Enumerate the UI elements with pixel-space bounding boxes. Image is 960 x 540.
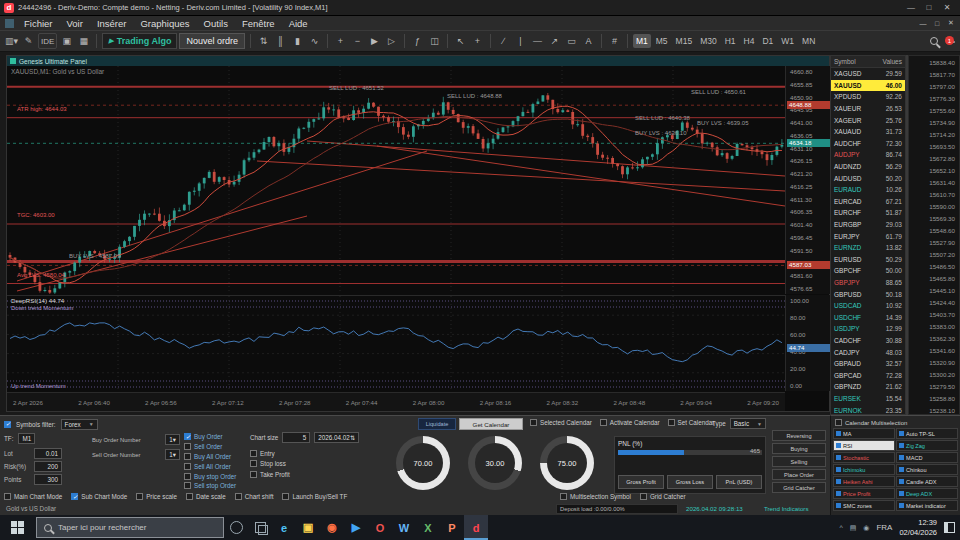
timeframe-m5[interactable]: M5 <box>653 34 671 48</box>
tf-select[interactable]: M1 <box>18 433 35 444</box>
market-watch-row-cadjpy[interactable]: CADJPY48.03 <box>831 346 905 358</box>
zoom-out-icon[interactable]: − <box>350 33 365 49</box>
candlestick-chart[interactable]: XAUUSD,M1: Gold vs US Dollar SELL LUD : … <box>7 66 785 294</box>
timeframe-m1[interactable]: M1 <box>633 34 651 48</box>
indicator-auto-tp-sl[interactable]: Auto TP-SL <box>896 428 958 439</box>
indicator-candle-adx[interactable]: Candle ADX <box>896 476 958 487</box>
child-close-button[interactable]: ✕ <box>944 17 958 29</box>
check-sell-all-order[interactable]: Sell All Order <box>184 461 236 471</box>
vertical-line-icon[interactable]: | <box>513 33 528 49</box>
symbols-filter-checkbox[interactable] <box>4 421 11 428</box>
type-select[interactable]: Basic▼ <box>730 418 766 429</box>
market-watch-row-gbpaud[interactable]: GBPAUD32.57 <box>831 358 905 370</box>
bar-chart-icon[interactable]: ║ <box>273 33 288 49</box>
search-icon[interactable] <box>930 37 938 45</box>
indicator-deep-adx[interactable]: Deep ADX <box>896 488 958 499</box>
market-watch-row-usdjpy[interactable]: USDJPY12.99 <box>831 323 905 335</box>
new-order-button[interactable]: Nouvel ordre <box>179 33 245 49</box>
buy-order-number-select[interactable]: 1▾ <box>165 434 180 445</box>
price-axis[interactable]: 4660.804655.854650.904645.954641.004636.… <box>785 66 831 294</box>
indicator-ichimoku[interactable]: Ichimoku <box>833 464 895 475</box>
auto-scroll-icon[interactable]: ▶ <box>367 33 382 49</box>
lot-input[interactable]: 0.01 <box>34 448 62 459</box>
market-watch-row-xpdusd[interactable]: XPDUSD92.26 <box>831 91 905 103</box>
depth-of-market-icon[interactable]: ⇅ <box>256 33 271 49</box>
get-calendar-button[interactable]: Get Calendar <box>459 418 523 430</box>
timeframe-h4[interactable]: H4 <box>741 34 758 48</box>
timeframe-mn[interactable]: MN <box>799 34 818 48</box>
market-watch-row-xauusd[interactable]: XAUUSD46.00 <box>831 80 905 92</box>
check-main-chart-mode[interactable]: Main Chart Mode <box>4 493 62 500</box>
task-view-button[interactable] <box>248 515 272 540</box>
gross-profit-button[interactable]: Gross Profit <box>618 475 664 489</box>
menu-ins-rer[interactable]: Insérer <box>90 18 134 29</box>
ide-button[interactable]: IDE <box>38 33 57 49</box>
reversing-button[interactable]: Reversing <box>772 430 826 441</box>
market-watch-row-xagusd[interactable]: XAGUSD29.59 <box>831 68 905 80</box>
indicators-icon[interactable]: ƒ <box>410 33 425 49</box>
menu-voir[interactable]: Voir <box>60 18 90 29</box>
check-chart-shift[interactable]: Chart shift <box>235 493 274 500</box>
grid-catcher-button[interactable]: Grid Catcher <box>772 482 826 493</box>
shapes-icon[interactable]: ▭ <box>564 33 579 49</box>
check-stop-loss[interactable]: Stop loss <box>250 459 290 470</box>
menu-outils[interactable]: Outils <box>197 18 235 29</box>
market-watch-row-xageur[interactable]: XAGEUR25.76 <box>831 114 905 126</box>
start-button[interactable] <box>0 515 34 540</box>
liquidate-button[interactable]: Liquidate <box>418 418 456 430</box>
check-multiselection-symbol[interactable]: Multiselection Symbol <box>560 493 631 500</box>
market-watch-row-audjpy[interactable]: AUDJPY86.74 <box>831 149 905 161</box>
market-watch-row-gbpnzd[interactable]: GBPNZD21.62 <box>831 381 905 393</box>
market-watch-row-gbpjpy[interactable]: GBPJPY88.65 <box>831 277 905 289</box>
indicator-price-profit[interactable]: Price Profit <box>833 488 895 499</box>
indicator-smc-zones[interactable]: SMC zones <box>833 500 895 511</box>
indicator-stochastic[interactable]: Stochastic <box>833 452 895 463</box>
market-watch-row-eurgbp[interactable]: EURGBP29.03 <box>831 219 905 231</box>
menu-fen-tre[interactable]: Fenêtre <box>235 18 282 29</box>
check-sub-chart-mode[interactable]: Sub Chart Mode <box>71 493 127 500</box>
calendar-multiselection-checkbox[interactable] <box>835 419 842 426</box>
taskbar-clock[interactable]: 12:39 02/04/2026 <box>899 518 937 537</box>
chart-size-input[interactable]: 5 <box>282 432 310 443</box>
indicator-chinkou[interactable]: Chinkou <box>896 464 958 475</box>
new-chart-icon[interactable]: ▥▾ <box>4 33 19 49</box>
check-buy-order[interactable]: Buy Order <box>184 432 236 442</box>
market-watch-row-eurnzd[interactable]: EURNZD13.82 <box>831 242 905 254</box>
place-order-button[interactable]: Place Order <box>772 469 826 480</box>
sell-order-number-select[interactable]: 1▾ <box>165 449 180 460</box>
trading-algo-button[interactable]: ▶Trading Algo <box>102 33 177 49</box>
pnl-usd--button[interactable]: PnL (USD) <box>716 475 762 489</box>
taskbar-app-powerpoint[interactable]: P <box>440 515 464 540</box>
market-watch-row-usdchf[interactable]: USDCHF14.39 <box>831 311 905 323</box>
selling-button[interactable]: Selling <box>772 456 826 467</box>
objects-icon[interactable]: ◫ <box>427 33 442 49</box>
timeframe-m30[interactable]: M30 <box>697 34 720 48</box>
indicator-heiken-ashi[interactable]: Heiken Ashi <box>833 476 895 487</box>
menu-aide[interactable]: Aide <box>282 18 315 29</box>
buying-button[interactable]: Buying <box>772 443 826 454</box>
chart-shift-icon[interactable]: ▷ <box>384 33 399 49</box>
zoom-in-icon[interactable]: + <box>333 33 348 49</box>
check-launch-buy-sell-tf[interactable]: Launch Buy/Sell TF <box>282 493 347 500</box>
menu-fichier[interactable]: Fichier <box>17 18 60 29</box>
check-date-scale[interactable]: Date scale <box>186 493 226 500</box>
check-set-calendar[interactable]: Set Calendar <box>668 419 715 426</box>
horizontal-line-icon[interactable]: — <box>530 33 545 49</box>
market-watch-row-eurjpy[interactable]: EURJPY61.79 <box>831 230 905 242</box>
network-icon[interactable]: ▤ <box>850 524 857 532</box>
time-axis[interactable]: 2 Apr 20262 Apr 06:402 Apr 06:562 Apr 07… <box>7 392 785 411</box>
indicator-market-indicator[interactable]: Market indicator <box>896 500 958 511</box>
market-watch-row-audchf[interactable]: AUDCHF72.30 <box>831 138 905 150</box>
symbols-filter-select[interactable]: Forex▼ <box>61 419 98 430</box>
check-take-profit[interactable]: Take Profit <box>250 469 290 480</box>
close-button[interactable]: ✕ <box>938 2 956 14</box>
check-selected-calendar[interactable]: Selected Calendar <box>530 419 592 426</box>
market-watch-row-gbpusd[interactable]: GBPUSD50.18 <box>831 288 905 300</box>
date-picker[interactable]: 2026.04.02 ⇅ <box>314 432 359 443</box>
check-buy-all-order[interactable]: Buy All Order <box>184 452 236 462</box>
check-activate-calendar[interactable]: Activate Calendar <box>600 419 660 426</box>
market-watch-row-eurcad[interactable]: EURCAD67.21 <box>831 196 905 208</box>
maximize-button[interactable]: □ <box>920 2 938 14</box>
market-watch-row-gbpchf[interactable]: GBPCHF50.00 <box>831 265 905 277</box>
check-grid-catcher[interactable]: Grid Catcher <box>640 493 686 500</box>
